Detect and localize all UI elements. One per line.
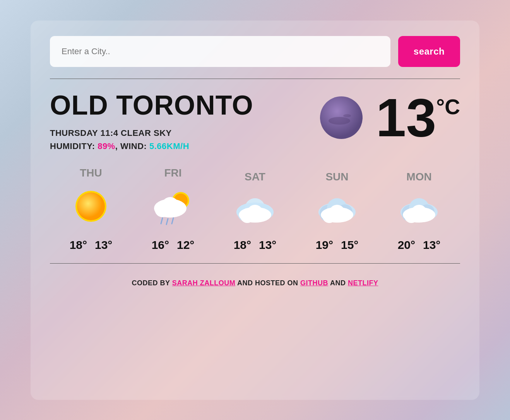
day-label-sat: SAT (245, 171, 265, 183)
weather-info: Old Toronto Thursday 11:4 Clear Sky Humi… (50, 91, 318, 151)
search-row: search (50, 36, 460, 67)
svg-line-14 (172, 218, 173, 224)
svg-point-2 (343, 114, 351, 117)
bottom-divider (50, 263, 460, 264)
svg-point-39 (419, 209, 432, 221)
forecast-day-sun: SUN 19° 15° (296, 171, 378, 252)
day-temps-sat: 18° 13° (234, 238, 277, 252)
svg-point-5 (77, 192, 105, 220)
day-temps-sun: 19° 15° (316, 238, 359, 252)
github-link[interactable]: Github (300, 279, 328, 287)
top-divider (50, 79, 460, 79)
temperature-display: 13 °C (376, 91, 460, 145)
forecast-day-sat: SAT 18° 13° (214, 171, 296, 252)
city-name: Old Toronto (50, 91, 318, 120)
forecast-day-thu: THU 18° 13° (50, 167, 132, 252)
day-icon-sun (316, 191, 358, 231)
city-input[interactable] (50, 36, 390, 67)
weather-date: Thursday 11:4 Clear Sky (50, 128, 318, 138)
search-button[interactable]: search (398, 36, 460, 67)
day-icon-sat (234, 191, 276, 231)
svg-point-23 (255, 209, 268, 221)
footer: Coded by Sarah Zalloum and hosted on Git… (50, 279, 460, 287)
weather-stats: Humidity: 89%, Wind: 5.66KM/H (50, 141, 318, 151)
svg-line-13 (166, 219, 168, 225)
day-label-fri: FRI (164, 167, 181, 179)
netlify-link[interactable]: Netlify (348, 279, 378, 287)
day-icon-fri (152, 187, 194, 231)
day-icon-thu (72, 187, 110, 231)
weather-icon-temp: 13 °C (318, 91, 460, 145)
day-icon-mon (398, 191, 440, 231)
day-temps-thu: 18° 13° (70, 238, 113, 252)
moon-icon (318, 94, 365, 141)
weather-main: Old Toronto Thursday 11:4 Clear Sky Humi… (50, 91, 460, 151)
app-container: search Old Toronto Thursday 11:4 Clear S… (31, 21, 479, 400)
forecast-day-fri: FRI 16° 12° (132, 167, 214, 252)
day-label-thu: THU (80, 167, 102, 179)
day-temps-fri: 16° 12° (152, 238, 195, 252)
day-temps-mon: 20° 13° (398, 238, 441, 252)
svg-point-1 (329, 117, 350, 125)
author-link[interactable]: Sarah Zalloum (172, 279, 235, 287)
forecast-day-mon: MON 20° 13° (378, 171, 460, 252)
svg-point-11 (171, 201, 185, 215)
day-label-mon: MON (406, 171, 431, 183)
svg-line-12 (161, 218, 163, 224)
svg-point-31 (337, 209, 350, 221)
forecast-row: THU 18° 13° FRI (50, 167, 460, 252)
day-label-sun: SUN (325, 171, 348, 183)
